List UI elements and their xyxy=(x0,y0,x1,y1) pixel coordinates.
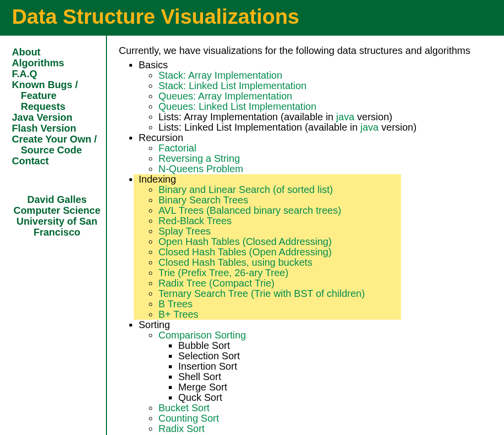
list-item: Trie (Prefix Tree, 26-ary Tree) xyxy=(158,268,399,278)
sub-list-item: Selection Sort xyxy=(178,351,504,361)
list-item: B+ Trees xyxy=(158,309,399,320)
sub-list-item: Insertion Sort xyxy=(178,361,504,372)
intro-text: Currently, we have visualizations for th… xyxy=(119,46,504,56)
algorithm-link[interactable]: Stack: Linked List Implementation xyxy=(158,80,306,91)
sidebar-item[interactable]: About xyxy=(12,47,102,57)
list-item: Counting Sort xyxy=(158,413,504,424)
list-item: Red-Black Trees xyxy=(158,216,399,226)
list-item: Stack: Linked List Implementation xyxy=(158,81,504,91)
list-item: AVL Trees (Balanced binary search trees) xyxy=(158,205,399,216)
algorithm-link[interactable]: Radix Tree (Compact Trie) xyxy=(158,278,275,289)
list-item: Binary and Linear Search (of sorted list… xyxy=(158,185,399,195)
algorithm-link[interactable]: Ternary Search Tree (Trie with BST of ch… xyxy=(158,288,365,299)
list-item: Bucket Sort xyxy=(158,403,504,413)
sub-list-item: Quck Sort xyxy=(178,392,504,403)
page-header: Data Structure Visualizations xyxy=(0,0,504,36)
sidebar-item[interactable]: Flash Version xyxy=(12,123,102,134)
list-item: Radix Sort xyxy=(158,424,504,434)
inline-link[interactable]: java xyxy=(360,122,379,133)
credit-line[interactable]: University of San Francisco xyxy=(12,216,102,238)
section: SortingComparison SortingBubble SortSele… xyxy=(139,320,504,435)
sub-list-item: Shell Sort xyxy=(178,372,504,382)
list-item: Stack: Array Implementation xyxy=(158,70,504,81)
algorithm-link[interactable]: Binary Search Trees xyxy=(158,194,248,205)
section-label: Indexing xyxy=(139,174,176,185)
list-item: Queues: Linked List Implementation xyxy=(158,101,504,112)
list-item: Queues: Array Implementation xyxy=(158,91,504,101)
algorithm-link[interactable]: Trie (Prefix Tree, 26-ary Tree) xyxy=(158,267,289,278)
algorithm-link[interactable]: B Trees xyxy=(158,298,193,309)
list-item: Comparison SortingBubble SortSelection S… xyxy=(158,330,504,403)
list-item: N-Queens Problem xyxy=(158,164,504,174)
list-item: Reversing a String xyxy=(158,153,504,164)
algorithm-link[interactable]: Counting Sort xyxy=(158,413,219,424)
sidebar-item[interactable]: Contact xyxy=(12,155,102,166)
list-item: Factorial xyxy=(158,143,504,153)
section-label: Basics xyxy=(139,59,168,70)
main-content: Currently, we have visualizations for th… xyxy=(107,36,504,435)
sidebar-item[interactable]: Algorithms xyxy=(12,57,102,68)
section: BasicsStack: Array ImplementationStack: … xyxy=(139,60,504,133)
sidebar-item[interactable]: Java Version xyxy=(12,112,102,123)
algorithm-link[interactable]: Factorial xyxy=(158,143,197,153)
algorithm-link[interactable]: Red-Black Trees xyxy=(158,215,232,226)
section: IndexingBinary and Linear Search (of sor… xyxy=(139,174,504,320)
sidebar: AboutAlgorithmsF.A.QKnown Bugs /Feature … xyxy=(0,36,106,435)
list-item: B Trees xyxy=(158,299,399,309)
sub-list-item: Merge Sort xyxy=(178,382,504,392)
algorithm-link[interactable]: Splay Trees xyxy=(158,226,211,237)
page-title: Data Structure Visualizations xyxy=(12,5,492,29)
inline-link[interactable]: java xyxy=(336,111,354,122)
list-item: Closed Hash Tables, using buckets xyxy=(158,257,399,268)
credit-line[interactable]: David Galles xyxy=(12,194,102,205)
sidebar-item[interactable]: Source Code xyxy=(12,145,102,155)
algorithm-link[interactable]: Queues: Array Implementation xyxy=(158,91,292,101)
algorithm-link[interactable]: Bucket Sort xyxy=(158,402,209,413)
list-item: Lists: Linked List Implementation (avail… xyxy=(158,122,504,133)
algorithm-link[interactable]: Stack: Array Implementation xyxy=(158,70,282,81)
sidebar-nav: AboutAlgorithmsF.A.QKnown Bugs /Feature … xyxy=(12,47,102,166)
list-item: Splay Trees xyxy=(158,226,399,237)
algorithm-link[interactable]: Open Hash Tables (Closed Addressing) xyxy=(158,236,332,247)
algorithm-link[interactable]: Reversing a String xyxy=(158,153,240,164)
algorithm-link[interactable]: Binary and Linear Search (of sorted list… xyxy=(158,184,333,195)
sidebar-item[interactable]: Known Bugs / xyxy=(12,79,102,90)
list-item: Open Hash Tables (Closed Addressing) xyxy=(158,237,399,247)
algorithm-link[interactable]: Comparison Sorting xyxy=(158,330,246,340)
section: RecursionFactorialReversing a StringN-Qu… xyxy=(139,133,504,174)
list-item: Radix Tree (Compact Trie) xyxy=(158,278,399,289)
algorithm-link[interactable]: Radix Sort xyxy=(158,423,204,434)
section-label: Sorting xyxy=(139,319,170,330)
algorithm-link[interactable]: Closed Hash Tables, using buckets xyxy=(158,257,312,268)
credit-line[interactable]: Computer Science xyxy=(12,205,102,216)
list-item: Binary Search Trees xyxy=(158,195,399,205)
list-item: Lists: Array Implementation (available i… xyxy=(158,112,504,122)
list-item: Closed Hash Tables (Open Addressing) xyxy=(158,247,399,257)
algorithm-link[interactable]: B+ Trees xyxy=(158,309,199,320)
algorithm-link[interactable]: AVL Trees (Balanced binary search trees) xyxy=(158,205,341,216)
algorithm-link[interactable]: N-Queens Problem xyxy=(158,163,243,174)
algorithm-link[interactable]: Queues: Linked List Implementation xyxy=(158,101,316,112)
algorithm-link[interactable]: Closed Hash Tables (Open Addressing) xyxy=(158,246,332,257)
list-item: Ternary Search Tree (Trie with BST of ch… xyxy=(158,289,399,299)
sidebar-item[interactable]: Create Your Own / xyxy=(12,134,102,145)
content-list: BasicsStack: Array ImplementationStack: … xyxy=(119,60,504,435)
sidebar-item[interactable]: F.A.Q xyxy=(12,68,102,79)
sub-list-item: Bubble Sort xyxy=(178,340,504,351)
credits: David GallesComputer ScienceUniversity o… xyxy=(12,194,102,238)
section-label: Recursion xyxy=(139,132,183,143)
sidebar-item[interactable]: Feature Requests xyxy=(12,90,102,112)
